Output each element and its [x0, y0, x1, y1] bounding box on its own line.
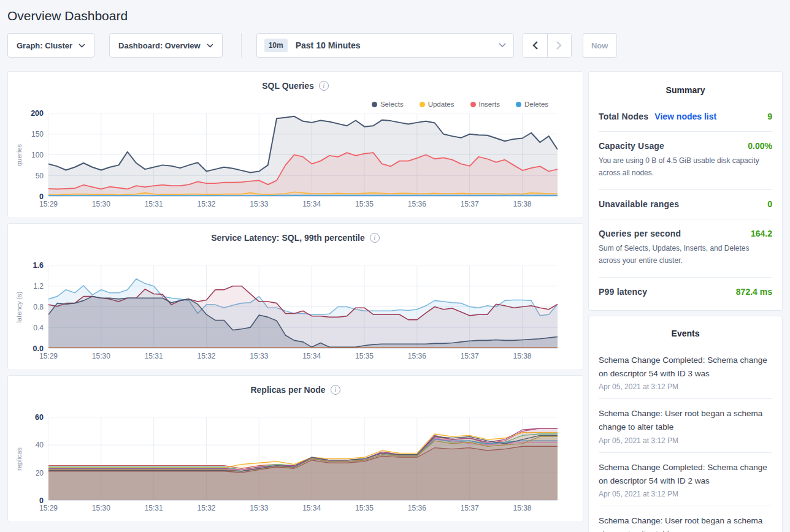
summary-label: Capacity Usage: [599, 141, 664, 151]
graph-dropdown-label: Graph: Cluster: [17, 41, 72, 50]
x-tick-label: 15:38: [513, 504, 531, 512]
page-root: Overview Dashboard Graph: Cluster Dashbo…: [0, 0, 790, 532]
event-list-item[interactable]: Schema Change Completed: Schema change o…: [599, 346, 772, 400]
x-tick-label: 15:36: [408, 200, 426, 208]
x-axis-labels: 15:2915:3015:3115:3215:3315:3415:3515:36…: [48, 504, 558, 515]
charts-column: SQL Queries i SelectsUpdatesInsertsDelet…: [7, 71, 583, 522]
x-tick-label: 15:31: [145, 200, 163, 208]
x-tick-label: 15:32: [197, 200, 215, 208]
y-tick-label: 100: [31, 151, 44, 159]
time-step-buttons: [523, 33, 572, 58]
summary-label: Unavailable ranges: [599, 199, 679, 209]
legend-label: Selects: [380, 101, 404, 108]
plot-area: queries 050100150200 15:2915:3015:3115:3…: [8, 113, 583, 211]
y-axis-labels: 050100150200: [8, 113, 44, 197]
x-tick-label: 15:33: [250, 504, 268, 512]
plot-area: replicas 0204060 15:2915:3015:3115:3215:…: [8, 417, 583, 515]
summary-value: 0: [767, 199, 772, 209]
info-icon[interactable]: i: [370, 233, 380, 243]
event-text: Schema Change: User root began a schema …: [599, 407, 772, 435]
time-range-badge: 10m: [264, 39, 288, 52]
legend-item-inserts[interactable]: Inserts: [470, 101, 500, 108]
chevron-down-icon: [499, 43, 506, 48]
chevron-left-icon: [532, 41, 538, 50]
x-tick-label: 15:31: [145, 352, 163, 360]
legend-dot-icon: [516, 102, 521, 107]
legend-dot-icon: [470, 102, 476, 107]
next-time-button[interactable]: [547, 34, 571, 57]
legend-item-selects[interactable]: Selects: [372, 101, 404, 108]
y-axis-labels: 0.00.40.81.21.6: [8, 265, 44, 349]
x-tick-label: 15:33: [250, 352, 268, 360]
legend-item-deletes[interactable]: Deletes: [516, 101, 548, 108]
controls-divider: [241, 33, 242, 58]
info-icon[interactable]: i: [331, 385, 340, 395]
x-tick-label: 15:29: [39, 504, 58, 512]
chart-title: SQL Queries: [262, 81, 314, 91]
event-timestamp: Apr 05, 2021 at 3:12 PM: [599, 436, 772, 445]
y-tick-label: 200: [31, 109, 44, 118]
event-list-item[interactable]: Schema Change Completed: Schema change o…: [599, 453, 772, 507]
time-range-picker[interactable]: 10m Past 10 Minutes: [256, 33, 514, 58]
x-tick-label: 15:34: [302, 352, 321, 360]
chart-title: Service Latency: SQL, 99th percentile: [211, 233, 365, 243]
x-tick-label: 15:30: [92, 352, 110, 360]
summary-item-total-nodes: Total Nodes View nodes list 9: [599, 102, 772, 132]
y-tick-label: 60: [35, 413, 44, 422]
x-tick-label: 15:38: [513, 352, 531, 360]
chart-title: Replicas per Node: [250, 385, 325, 395]
event-text: Schema Change: User root began a schema …: [599, 514, 772, 532]
summary-label: P99 latency: [599, 287, 647, 297]
legend-item-updates[interactable]: Updates: [420, 101, 454, 108]
legend-label: Deletes: [524, 101, 548, 108]
legend-label: Inserts: [479, 101, 500, 108]
x-tick-label: 15:32: [197, 352, 215, 360]
summary-panel: Summary Total Nodes View nodes list 9 Ca…: [588, 71, 783, 311]
chart-plot[interactable]: [48, 417, 558, 501]
prev-time-button[interactable]: [523, 34, 547, 57]
summary-item-unavailable-ranges: Unavailable ranges 0: [599, 190, 772, 219]
x-tick-label: 15:29: [39, 352, 58, 360]
time-range-label: Past 10 Minutes: [296, 40, 361, 50]
x-tick-label: 15:37: [461, 504, 479, 512]
legend-dot-icon: [372, 102, 377, 107]
replicas-per-node-chart-card: Replicas per Node i replicas 0204060 15:…: [7, 375, 583, 522]
summary-title: Summary: [599, 85, 772, 95]
chevron-down-icon: [207, 44, 213, 48]
summary-value: 872.4 ms: [736, 287, 772, 297]
summary-label: Queries per second: [599, 229, 681, 238]
x-tick-label: 15:35: [355, 352, 374, 360]
x-tick-label: 15:30: [92, 200, 110, 208]
dashboard-dropdown-label: Dashboard: Overview: [118, 41, 201, 50]
y-tick-label: 1.6: [33, 261, 44, 270]
x-tick-label: 15:36: [408, 352, 426, 360]
summary-item-queries-per-second: Queries per second 164.2 Sum of Selects,…: [599, 219, 772, 278]
summary-value: 9: [767, 112, 772, 121]
event-list-item[interactable]: Schema Change: User root began a schema …: [599, 399, 772, 453]
x-tick-label: 15:38: [513, 200, 531, 208]
chart-plot[interactable]: [48, 113, 558, 197]
page-title: Overview Dashboard: [7, 0, 783, 33]
plot-area: latency (s) 0.00.40.81.21.6 15:2915:3015…: [8, 265, 583, 363]
event-text: Schema Change Completed: Schema change o…: [599, 354, 772, 381]
graph-dropdown[interactable]: Graph: Cluster: [7, 33, 94, 58]
view-nodes-list-link[interactable]: View nodes list: [654, 112, 716, 121]
summary-label: Total Nodes: [599, 112, 648, 121]
x-tick-label: 15:30: [92, 504, 110, 512]
events-panel: Events Schema Change Completed: Schema c…: [588, 316, 783, 532]
now-button[interactable]: Now: [583, 33, 617, 58]
y-tick-label: 20: [36, 469, 44, 477]
event-timestamp: Apr 05, 2021 at 3:12 PM: [599, 382, 772, 391]
event-list-item[interactable]: Schema Change: User root began a schema …: [599, 506, 772, 532]
info-icon[interactable]: i: [319, 81, 329, 91]
y-tick-label: 50: [36, 172, 44, 180]
chevron-right-icon: [556, 41, 562, 50]
dashboard-dropdown[interactable]: Dashboard: Overview: [109, 33, 223, 58]
summary-description: Sum of Selects, Updates, Inserts, and De…: [599, 242, 772, 267]
sql-queries-chart-card: SQL Queries i SelectsUpdatesInsertsDelet…: [7, 71, 583, 218]
x-axis-labels: 15:2915:3015:3115:3215:3315:3415:3515:36…: [48, 352, 558, 363]
chart-plot[interactable]: [48, 265, 558, 349]
y-tick-label: 0.8: [33, 303, 44, 311]
x-tick-label: 15:35: [355, 504, 374, 512]
x-tick-label: 15:37: [461, 352, 479, 360]
